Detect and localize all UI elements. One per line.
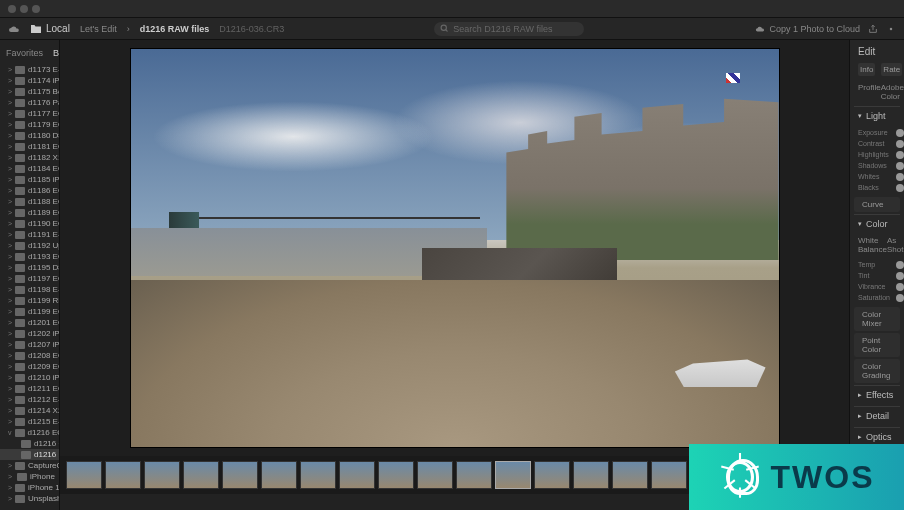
folder-item[interactable]: >d1198 E-M1 Cremyll bbox=[0, 284, 59, 295]
sidebar-tab-favorites[interactable]: Favorites bbox=[6, 48, 43, 58]
lightbulb-icon bbox=[719, 451, 761, 503]
folder-item[interactable]: >d1214 X20 Worlebury bbox=[0, 405, 59, 416]
folder-item[interactable]: >d1193 EOS RP Sand Bay primes bbox=[0, 251, 59, 262]
folder-item[interactable]: >d1210 iPhone Bristol bbox=[0, 372, 59, 383]
folder-item[interactable]: >d1201 EOS RP misc bbox=[0, 317, 59, 328]
slider-vibrance[interactable]: Vibrance0 bbox=[858, 281, 896, 292]
filmstrip-thumb[interactable] bbox=[300, 461, 336, 489]
folder-item[interactable]: >d1211 EOS RP Sand Bay bbox=[0, 383, 59, 394]
slider-saturation[interactable]: Saturation0 bbox=[858, 292, 896, 303]
slider-temp[interactable]: Temp0 bbox=[858, 259, 896, 270]
section-detail[interactable]: ▸Detail bbox=[854, 407, 900, 425]
folder-item[interactable]: >iPhone bbox=[0, 471, 59, 482]
folder-item[interactable]: >d1181 EOS RP Clevedon bbox=[0, 141, 59, 152]
window-controls[interactable] bbox=[8, 5, 40, 13]
window-titlebar bbox=[0, 0, 904, 18]
filmstrip-thumb[interactable] bbox=[183, 461, 219, 489]
folder-item[interactable]: d1216 RAW files bbox=[0, 449, 59, 460]
copy-to-cloud-button[interactable]: Copy 1 Photo to Cloud bbox=[755, 24, 860, 34]
filmstrip-thumb[interactable] bbox=[534, 461, 570, 489]
filmstrip-thumb[interactable] bbox=[222, 461, 258, 489]
filmstrip-thumb[interactable] bbox=[261, 461, 297, 489]
filmstrip-thumb[interactable] bbox=[573, 461, 609, 489]
folder-item[interactable]: >d1182 X1R ii Bristol bbox=[0, 152, 59, 163]
folder-item[interactable]: >d1185 iPhone Lynton Nest bbox=[0, 174, 59, 185]
folder-item[interactable]: >d1186 EOS RP mono scam bbox=[0, 185, 59, 196]
sidebar-tab-browse[interactable]: Browse bbox=[53, 48, 60, 58]
folder-item[interactable]: >d1215 E-P7 Uphill Beach bbox=[0, 416, 59, 427]
filmstrip-thumb[interactable] bbox=[105, 461, 141, 489]
slider-blacks[interactable]: Blacks0 bbox=[858, 182, 896, 193]
gear-icon[interactable] bbox=[886, 24, 896, 34]
edit-title: Edit bbox=[858, 46, 875, 57]
folder-item[interactable]: >d1197 EOS RP Middle Hope bbox=[0, 273, 59, 284]
folder-item[interactable]: >d1202 iPhone Castle Batch filming bbox=[0, 328, 59, 339]
edit-tab-rate[interactable]: Rate bbox=[881, 63, 902, 76]
color-mixer-button[interactable]: Color Mixer bbox=[854, 307, 900, 331]
folder-item[interactable]: >d1179 EOS RP bike night bbox=[0, 119, 59, 130]
slider-highlights[interactable]: Highlights0 bbox=[858, 149, 896, 160]
folder-item[interactable]: >d1184 EOS RP Lynton bbox=[0, 163, 59, 174]
filmstrip-thumb[interactable] bbox=[144, 461, 180, 489]
folder-item[interactable]: >d1199 EOS RP Clarence Park bbox=[0, 306, 59, 317]
breadcrumb-0[interactable]: Let's Edit bbox=[80, 24, 117, 34]
folder-item[interactable]: vd1216 EOS RP Clevedon bbox=[0, 427, 59, 438]
slider-shadows[interactable]: Shadows0 bbox=[858, 160, 896, 171]
folder-item[interactable]: >d1189 EOS RP land night shots bbox=[0, 207, 59, 218]
folder-item[interactable]: >d1195 D800 Uphill HD bbox=[0, 262, 59, 273]
folder-item[interactable]: >d1199 RF 24-50mm samples bbox=[0, 295, 59, 306]
folder-item[interactable]: >d1175 Bourlon on the Water bbox=[0, 86, 59, 97]
filmstrip-thumb[interactable] bbox=[378, 461, 414, 489]
slider-exposure[interactable]: Exposure0 bbox=[858, 127, 896, 138]
slider-whites[interactable]: Whites0 bbox=[858, 171, 896, 182]
filmstrip-thumb[interactable] bbox=[651, 461, 687, 489]
folder-item[interactable]: >CaptureOne bbox=[0, 460, 59, 471]
folder-item[interactable]: >d1190 EOS RP Milton Cemetery bbox=[0, 218, 59, 229]
breadcrumb-2[interactable]: D1216-036.CR3 bbox=[219, 24, 284, 34]
folder-item[interactable]: >d1177 EOS RP Clevedon bbox=[0, 108, 59, 119]
folder-item[interactable]: >iPhone 13 RAW bbox=[0, 482, 59, 493]
local-tab-button[interactable]: Local bbox=[30, 23, 70, 34]
folder-item[interactable]: d1216 Camera JPEGs bbox=[0, 438, 59, 449]
folder-item[interactable]: >d1174 iPhone Penshurst bbox=[0, 75, 59, 86]
filmstrip-thumb[interactable] bbox=[66, 461, 102, 489]
folder-item[interactable]: >d1192 Uphill Wharf bbox=[0, 240, 59, 251]
search-icon bbox=[440, 24, 449, 33]
filmstrip-thumb[interactable] bbox=[612, 461, 648, 489]
breadcrumb-1[interactable]: d1216 RAW files bbox=[140, 24, 210, 34]
folder-item[interactable]: >d1180 D850 bike night bbox=[0, 130, 59, 141]
folder-item[interactable]: >d1188 EOS RP land focus merge bbox=[0, 196, 59, 207]
folder-item[interactable]: >d1209 EOS RP filming Sand Point bbox=[0, 361, 59, 372]
wb-value[interactable]: As Shot bbox=[887, 236, 903, 254]
breadcrumb-sep: › bbox=[127, 24, 130, 34]
folder-item[interactable]: >d1176 Paul R cars bbox=[0, 97, 59, 108]
wb-label: White Balance bbox=[858, 236, 887, 254]
folder-item[interactable]: >Unsplash bbox=[0, 493, 59, 504]
search-input[interactable]: Search D1216 RAW files bbox=[434, 22, 584, 36]
photo-preview bbox=[130, 48, 780, 448]
profile-label: Profile bbox=[858, 83, 881, 101]
section-color[interactable]: ▾Color bbox=[854, 215, 900, 233]
edit-tab-info[interactable]: Info bbox=[858, 63, 875, 76]
point-color-button[interactable]: Point Color bbox=[854, 333, 900, 357]
filmstrip-thumb[interactable] bbox=[417, 461, 453, 489]
filmstrip-thumb[interactable] bbox=[339, 461, 375, 489]
curve-button[interactable]: Curve bbox=[854, 197, 900, 212]
section-effects[interactable]: ▸Effects bbox=[854, 386, 900, 404]
folder-item[interactable]: >d1207 iPhone Clevedon Pier bbox=[0, 339, 59, 350]
folder-item[interactable]: >d1191 E-M1 III bike night bbox=[0, 229, 59, 240]
photo-canvas[interactable] bbox=[60, 40, 849, 456]
slider-tint[interactable]: Tint0 bbox=[858, 270, 896, 281]
slider-contrast[interactable]: Contrast0 bbox=[858, 138, 896, 149]
share-icon[interactable] bbox=[868, 24, 878, 34]
edit-panel: Edit Info Rate B&W Profile Adobe Color ▾… bbox=[849, 40, 904, 510]
folder-item[interactable]: >d1212 E-P7 Knightstone bbox=[0, 394, 59, 405]
section-light[interactable]: ▾Light bbox=[854, 107, 900, 125]
filmstrip-thumb[interactable] bbox=[495, 461, 531, 489]
folder-sidebar: Favorites Browse >d1173 E-M1 III Penshur… bbox=[0, 40, 60, 510]
folder-item[interactable]: >d1173 E-M1 III Penshurst bbox=[0, 64, 59, 75]
folder-item[interactable]: >d1208 EOS RP Woodspring Priory bbox=[0, 350, 59, 361]
color-grading-button[interactable]: Color Grading bbox=[854, 359, 900, 383]
profile-value[interactable]: Adobe Color bbox=[881, 83, 904, 101]
filmstrip-thumb[interactable] bbox=[456, 461, 492, 489]
